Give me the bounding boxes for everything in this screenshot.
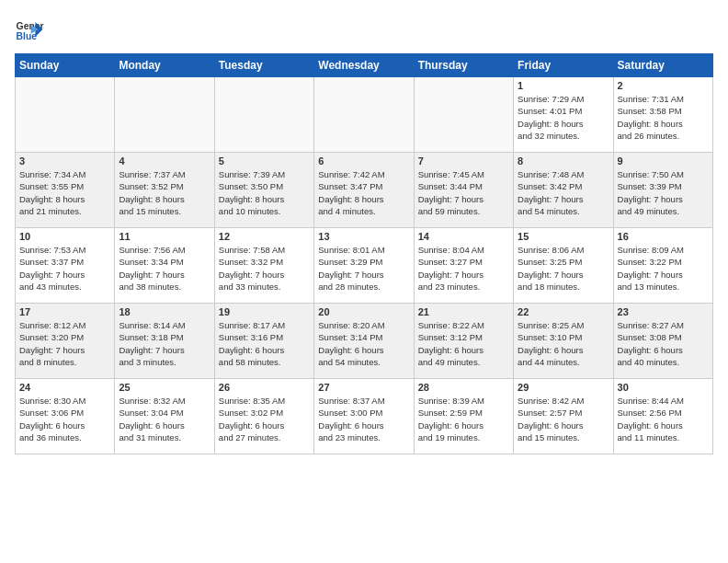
calendar-week-row: 10Sunrise: 7:53 AM Sunset: 3:37 PM Dayli… [16,228,713,304]
calendar-cell: 12Sunrise: 7:58 AM Sunset: 3:32 PM Dayli… [214,228,313,304]
day-info: Sunrise: 8:30 AM Sunset: 3:06 PM Dayligh… [19,395,110,443]
calendar-cell: 9Sunrise: 7:50 AM Sunset: 3:39 PM Daylig… [613,153,712,228]
day-info: Sunrise: 7:31 AM Sunset: 3:58 PM Dayligh… [618,93,709,142]
calendar-cell: 16Sunrise: 8:09 AM Sunset: 3:22 PM Dayli… [613,228,712,304]
calendar-cell [115,77,214,153]
weekday-header-row: SundayMondayTuesdayWednesdayThursdayFrid… [16,54,713,77]
day-info: Sunrise: 7:37 AM Sunset: 3:52 PM Dayligh… [119,168,210,217]
day-number: 7 [418,155,509,167]
day-info: Sunrise: 8:42 AM Sunset: 2:57 PM Dayligh… [518,395,609,443]
day-info: Sunrise: 7:39 AM Sunset: 3:50 PM Dayligh… [219,168,310,217]
weekday-header-saturday: Saturday [613,54,712,77]
weekday-header-sunday: Sunday [16,54,115,77]
day-info: Sunrise: 8:20 AM Sunset: 3:14 PM Dayligh… [318,319,409,368]
day-number: 20 [318,306,409,317]
day-number: 4 [119,155,210,167]
calendar-cell: 25Sunrise: 8:32 AM Sunset: 3:04 PM Dayli… [115,379,214,454]
calendar-cell: 11Sunrise: 7:56 AM Sunset: 3:34 PM Dayli… [115,228,214,304]
day-info: Sunrise: 8:06 AM Sunset: 3:25 PM Dayligh… [518,244,609,293]
day-number: 3 [19,155,110,167]
header: General Blue [15,15,713,44]
logo: General Blue [15,15,48,44]
weekday-header-wednesday: Wednesday [314,54,414,77]
day-number: 11 [119,231,210,242]
calendar-cell: 1Sunrise: 7:29 AM Sunset: 4:01 PM Daylig… [514,77,613,153]
calendar-cell: 6Sunrise: 7:42 AM Sunset: 3:47 PM Daylig… [314,153,414,228]
calendar-cell: 23Sunrise: 8:27 AM Sunset: 3:08 PM Dayli… [613,304,712,379]
calendar-cell: 14Sunrise: 8:04 AM Sunset: 3:27 PM Dayli… [414,228,513,304]
calendar-week-row: 17Sunrise: 8:12 AM Sunset: 3:20 PM Dayli… [16,304,713,379]
day-info: Sunrise: 8:04 AM Sunset: 3:27 PM Dayligh… [418,244,509,293]
day-number: 9 [618,155,709,167]
calendar-cell: 8Sunrise: 7:48 AM Sunset: 3:42 PM Daylig… [514,153,613,228]
day-info: Sunrise: 7:58 AM Sunset: 3:32 PM Dayligh… [219,244,310,293]
day-info: Sunrise: 8:25 AM Sunset: 3:10 PM Dayligh… [518,319,609,368]
day-info: Sunrise: 8:14 AM Sunset: 3:18 PM Dayligh… [119,319,210,368]
day-number: 28 [418,382,509,393]
day-number: 15 [518,231,609,242]
day-info: Sunrise: 8:37 AM Sunset: 3:00 PM Dayligh… [318,395,409,443]
day-info: Sunrise: 7:45 AM Sunset: 3:44 PM Dayligh… [418,168,509,217]
calendar-cell: 24Sunrise: 8:30 AM Sunset: 3:06 PM Dayli… [16,379,115,454]
weekday-header-thursday: Thursday [414,54,513,77]
day-info: Sunrise: 8:32 AM Sunset: 3:04 PM Dayligh… [119,395,210,443]
day-number: 12 [219,231,310,242]
day-number: 2 [618,80,709,91]
day-info: Sunrise: 8:39 AM Sunset: 2:59 PM Dayligh… [418,395,509,443]
calendar-cell: 3Sunrise: 7:34 AM Sunset: 3:55 PM Daylig… [16,153,115,228]
calendar-cell: 7Sunrise: 7:45 AM Sunset: 3:44 PM Daylig… [414,153,513,228]
calendar-cell [214,77,313,153]
weekday-header-monday: Monday [115,54,214,77]
day-number: 1 [518,80,609,91]
day-number: 21 [418,306,509,317]
calendar-week-row: 1Sunrise: 7:29 AM Sunset: 4:01 PM Daylig… [16,77,713,153]
svg-text:Blue: Blue [17,31,38,41]
day-info: Sunrise: 7:56 AM Sunset: 3:34 PM Dayligh… [119,244,210,293]
calendar-cell: 18Sunrise: 8:14 AM Sunset: 3:18 PM Dayli… [115,304,214,379]
calendar-cell: 10Sunrise: 7:53 AM Sunset: 3:37 PM Dayli… [16,228,115,304]
day-number: 5 [219,155,310,167]
day-number: 17 [19,306,110,317]
calendar-cell: 17Sunrise: 8:12 AM Sunset: 3:20 PM Dayli… [16,304,115,379]
day-info: Sunrise: 7:42 AM Sunset: 3:47 PM Dayligh… [318,168,409,217]
day-number: 16 [618,231,709,242]
day-info: Sunrise: 8:01 AM Sunset: 3:29 PM Dayligh… [318,244,409,293]
calendar-cell [314,77,414,153]
calendar-week-row: 24Sunrise: 8:30 AM Sunset: 3:06 PM Dayli… [16,379,713,454]
day-number: 19 [219,306,310,317]
calendar-cell: 30Sunrise: 8:44 AM Sunset: 2:56 PM Dayli… [613,379,712,454]
day-number: 29 [518,382,609,393]
day-info: Sunrise: 7:53 AM Sunset: 3:37 PM Dayligh… [19,244,110,293]
day-number: 26 [219,382,310,393]
calendar-cell [16,77,115,153]
day-info: Sunrise: 7:34 AM Sunset: 3:55 PM Dayligh… [19,168,110,217]
calendar-week-row: 3Sunrise: 7:34 AM Sunset: 3:55 PM Daylig… [16,153,713,228]
day-number: 14 [418,231,509,242]
calendar-cell: 20Sunrise: 8:20 AM Sunset: 3:14 PM Dayli… [314,304,414,379]
day-info: Sunrise: 8:12 AM Sunset: 3:20 PM Dayligh… [19,319,110,368]
day-number: 10 [19,231,110,242]
calendar-cell: 19Sunrise: 8:17 AM Sunset: 3:16 PM Dayli… [214,304,313,379]
day-info: Sunrise: 8:09 AM Sunset: 3:22 PM Dayligh… [618,244,709,293]
day-number: 30 [618,382,709,393]
day-info: Sunrise: 8:27 AM Sunset: 3:08 PM Dayligh… [618,319,709,368]
day-number: 18 [119,306,210,317]
calendar-cell: 22Sunrise: 8:25 AM Sunset: 3:10 PM Dayli… [514,304,613,379]
weekday-header-tuesday: Tuesday [214,54,313,77]
logo-icon: General Blue [15,15,44,44]
calendar-cell: 4Sunrise: 7:37 AM Sunset: 3:52 PM Daylig… [115,153,214,228]
weekday-header-friday: Friday [514,54,613,77]
day-info: Sunrise: 8:17 AM Sunset: 3:16 PM Dayligh… [219,319,310,368]
day-info: Sunrise: 8:35 AM Sunset: 3:02 PM Dayligh… [219,395,310,443]
calendar-cell: 15Sunrise: 8:06 AM Sunset: 3:25 PM Dayli… [514,228,613,304]
calendar-cell: 26Sunrise: 8:35 AM Sunset: 3:02 PM Dayli… [214,379,313,454]
day-number: 8 [518,155,609,167]
day-info: Sunrise: 8:44 AM Sunset: 2:56 PM Dayligh… [618,395,709,443]
day-info: Sunrise: 7:29 AM Sunset: 4:01 PM Dayligh… [518,93,609,142]
calendar-cell: 2Sunrise: 7:31 AM Sunset: 3:58 PM Daylig… [613,77,712,153]
calendar: SundayMondayTuesdayWednesdayThursdayFrid… [15,53,713,454]
day-info: Sunrise: 7:50 AM Sunset: 3:39 PM Dayligh… [618,168,709,217]
day-number: 24 [19,382,110,393]
day-number: 22 [518,306,609,317]
day-number: 23 [618,306,709,317]
